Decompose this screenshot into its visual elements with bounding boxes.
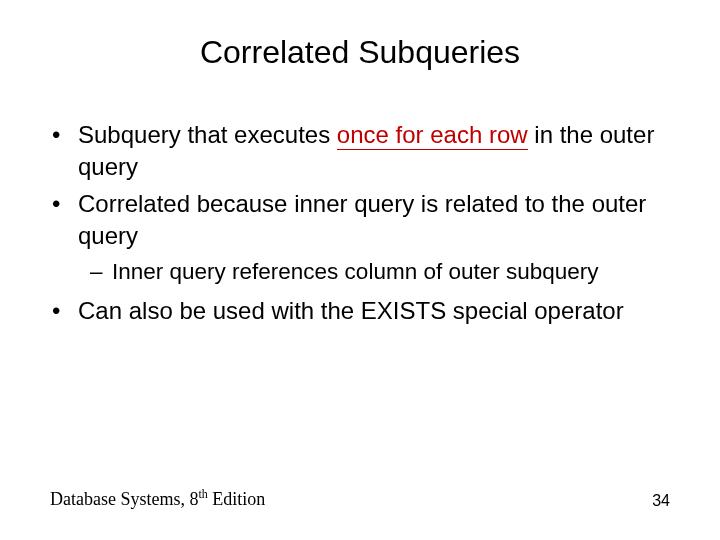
text-fragment: Subquery that executes: [78, 121, 337, 148]
text-fragment: Edition: [208, 489, 266, 509]
bullet-item: • Subquery that executes once for each r…: [50, 119, 670, 184]
bullet-text: Can also be used with the EXISTS special…: [78, 295, 670, 327]
bullet-marker: –: [88, 257, 112, 287]
slide-footer: Database Systems, 8th Edition 34: [50, 487, 670, 510]
slide-body: • Subquery that executes once for each r…: [50, 119, 670, 327]
bullet-text: Subquery that executes once for each row…: [78, 119, 670, 184]
sub-bullet-item: – Inner query references column of outer…: [88, 257, 670, 287]
bullet-marker: •: [50, 188, 78, 253]
slide: Correlated Subqueries • Subquery that ex…: [0, 0, 720, 540]
ordinal-suffix: th: [198, 487, 207, 501]
emphasized-text: once for each row: [337, 121, 528, 150]
bullet-marker: •: [50, 295, 78, 327]
slide-title: Correlated Subqueries: [50, 34, 670, 71]
bullet-text: Correlated because inner query is relate…: [78, 188, 670, 253]
page-number: 34: [652, 492, 670, 510]
bullet-text: Inner query references column of outer s…: [112, 257, 670, 287]
footer-book-title: Database Systems, 8th Edition: [50, 487, 265, 510]
bullet-marker: •: [50, 119, 78, 184]
text-fragment: Database Systems, 8: [50, 489, 198, 509]
bullet-item: • Can also be used with the EXISTS speci…: [50, 295, 670, 327]
bullet-item: • Correlated because inner query is rela…: [50, 188, 670, 253]
